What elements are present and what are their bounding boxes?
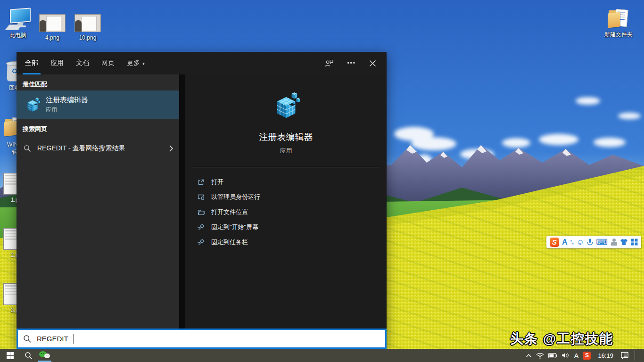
action-run-as-admin[interactable]: 以管理员身份运行 — [197, 189, 387, 205]
search-web-header: 搜索网页 — [23, 125, 179, 133]
sogou-tray-icon[interactable]: S — [583, 352, 591, 360]
action-pin-to-start[interactable]: 固定到"开始"屏幕 — [197, 220, 387, 235]
chevron-right-icon[interactable] — [169, 145, 173, 152]
search-query-text: REGEDIT — [37, 335, 68, 343]
best-match-result-regedit[interactable]: 注册表编辑器 应用 — [17, 90, 179, 119]
taskbar-clock[interactable]: 16:19 — [598, 352, 613, 359]
soft-keyboard-icon[interactable]: ⌨ — [596, 237, 608, 247]
desktop-icon-4png[interactable]: 4.png — [34, 8, 70, 41]
folder-location-icon — [197, 208, 205, 216]
this-pc-icon — [0, 6, 36, 29]
detail-divider — [193, 167, 379, 167]
web-suffix: - 查看网络搜索结果 — [68, 144, 125, 152]
ime-mode-icon[interactable]: A — [562, 238, 568, 247]
tab-documents[interactable]: 文档 — [76, 52, 89, 74]
start-button[interactable] — [0, 349, 20, 362]
sogou-logo-icon[interactable]: S — [550, 238, 559, 247]
result-title: 注册表编辑器 — [46, 96, 88, 105]
tab-more[interactable]: 更多▾ — [127, 52, 145, 74]
toolbox-grid-icon[interactable] — [631, 239, 638, 246]
more-options-icon[interactable]: ••• — [347, 60, 356, 66]
taskbar-wechat-button[interactable] — [37, 349, 53, 362]
admin-shield-icon — [197, 193, 205, 201]
volume-icon[interactable] — [561, 352, 570, 359]
windows-logo-icon — [7, 352, 14, 359]
registry-editor-icon — [25, 97, 41, 113]
pin-icon — [197, 239, 205, 247]
desktop-icon-new-folder[interactable]: 新建文件夹 — [601, 5, 636, 39]
result-detail-pane: 注册表编辑器 应用 打开 — [185, 74, 387, 329]
action-pin-to-taskbar[interactable]: 固定到任务栏 — [197, 235, 387, 250]
result-subtitle: 应用 — [46, 106, 88, 114]
action-open[interactable]: 打开 — [197, 174, 387, 189]
battery-icon[interactable] — [548, 353, 557, 358]
action-open-file-location[interactable]: 打开文件位置 — [197, 205, 387, 220]
open-icon — [197, 178, 205, 186]
detail-title: 注册表编辑器 — [259, 131, 313, 143]
show-hidden-icons-chevron[interactable] — [526, 354, 532, 358]
emoji-icon[interactable]: ☺ — [577, 238, 584, 247]
wechat-icon — [39, 351, 50, 360]
panel-divider — [179, 74, 185, 329]
taskbar: A S 16:19 — [0, 349, 644, 362]
windows-desktop: 此电脑 4.png 10.png 新建文件夹 ♻ 回收 WINC 软 1.p 2… — [0, 0, 644, 362]
registry-editor-icon-large — [272, 91, 301, 121]
tab-all[interactable]: 全部 — [25, 52, 38, 74]
icon-label: 此电脑 — [0, 32, 36, 40]
wifi-icon[interactable] — [536, 353, 544, 359]
chevron-down-icon: ▾ — [142, 61, 145, 66]
tab-apps[interactable]: 应用 — [50, 52, 64, 74]
feedback-user-icon[interactable] — [324, 59, 334, 67]
web-query: REGEDIT — [37, 144, 66, 152]
ime-toolbar[interactable]: S A ’, ☺ ⌨ — [546, 236, 641, 248]
search-icon — [23, 335, 32, 343]
skin-tshirt-icon[interactable] — [620, 239, 628, 246]
image-thumbnail-icon — [34, 8, 70, 32]
search-results-column: 最佳匹配 注册表编辑器 应用 搜索网页 REGEDIT - 查看网络搜索结果 — [17, 74, 179, 329]
detail-subtitle: 应用 — [280, 147, 292, 155]
image-thumbnail-icon — [70, 8, 106, 32]
web-search-result[interactable]: REGEDIT - 查看网络搜索结果 — [17, 139, 179, 158]
search-flyout-panel: 全部 应用 文档 网页 更多▾ ••• — [17, 52, 387, 349]
search-icon — [25, 352, 33, 360]
microphone-icon[interactable] — [587, 239, 593, 246]
best-match-header: 最佳匹配 — [23, 80, 179, 89]
pin-icon — [197, 223, 205, 231]
toutiao-watermark: 头条 @工控技能 — [510, 330, 613, 348]
desktop-icon-this-pc[interactable]: 此电脑 — [0, 6, 36, 40]
ime-indicator[interactable]: A — [574, 352, 578, 360]
search-filter-bar: 全部 应用 文档 网页 更多▾ ••• — [17, 52, 387, 74]
action-center-icon[interactable] — [620, 352, 629, 359]
icon-label: 新建文件夹 — [601, 31, 636, 39]
tab-web[interactable]: 网页 — [101, 52, 115, 74]
desktop-icon-10png[interactable]: 10.png — [70, 8, 106, 41]
icon-label: 10.png — [70, 34, 106, 41]
close-icon[interactable] — [369, 60, 376, 67]
search-input[interactable]: REGEDIT — [17, 329, 387, 349]
punctuation-icon[interactable]: ’, — [570, 239, 574, 246]
folder-icon — [601, 5, 636, 28]
icon-label: 4.png — [34, 34, 70, 41]
text-caret — [74, 334, 74, 344]
taskbar-search-button[interactable] — [20, 349, 37, 362]
account-icon[interactable] — [611, 239, 617, 246]
show-desktop-button[interactable] — [639, 349, 642, 362]
show-desktop-separator[interactable] — [635, 350, 635, 361]
system-tray: A S 16:19 — [526, 349, 644, 362]
search-icon — [24, 145, 31, 152]
